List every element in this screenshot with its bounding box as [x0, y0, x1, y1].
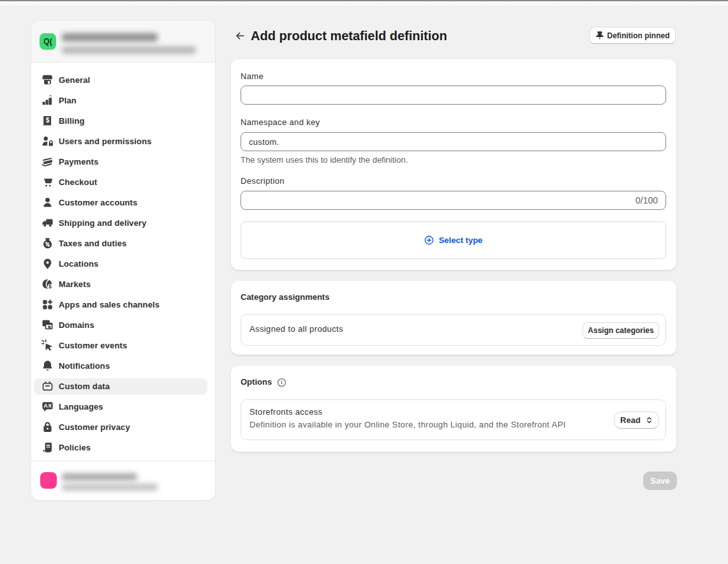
- svg-text:$: $: [48, 284, 52, 290]
- svg-text:A: A: [43, 403, 48, 409]
- svg-text:$: $: [46, 117, 50, 124]
